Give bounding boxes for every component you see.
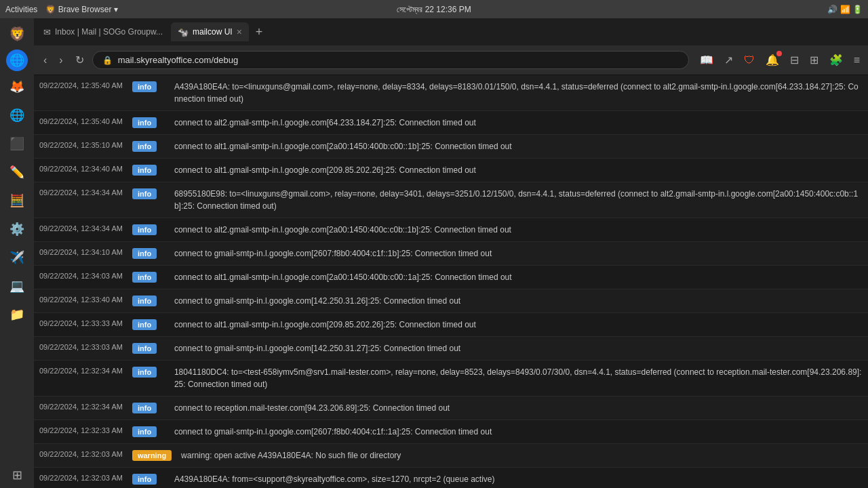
- sidebar-item-text-editor[interactable]: ✏️: [4, 159, 30, 185]
- log-timestamp: 09/22/2024, 12:34:10 AM: [34, 245, 128, 260]
- tab-inbox-icon: ✉: [43, 27, 51, 37]
- notification-dot: [776, 51, 782, 56]
- log-timestamp: 09/22/2024, 12:33:03 AM: [34, 340, 128, 355]
- nav-icons: 📖 ↗ 🛡 🔔 ⊟ ⊞ 🧩 ≡: [697, 51, 863, 69]
- sidebar-item-grid[interactable]: ⊞: [4, 462, 30, 488]
- log-row: 09/22/2024, 12:33:40 AMinfoconnect to gm…: [34, 289, 868, 313]
- log-message: connect to alt1.gmail-smtp-in.l.google.c…: [169, 268, 868, 286]
- log-badge-container: info: [128, 138, 169, 155]
- log-badge-container: info: [128, 78, 169, 95]
- sidebar-item-telegram[interactable]: ✈️: [4, 245, 30, 270]
- log-timestamp: 09/22/2024, 12:35:10 AM: [34, 138, 128, 153]
- log-level-badge: info: [132, 367, 157, 378]
- tab-close-button[interactable]: ×: [237, 26, 242, 37]
- tab-mailcow-label: mailcow UI: [193, 27, 233, 37]
- log-badge-container: info: [128, 221, 169, 238]
- log-badge-container: warning: [128, 447, 176, 464]
- log-timestamp: 09/22/2024, 12:34:34 AM: [34, 221, 128, 237]
- log-level-badge: info: [132, 117, 157, 128]
- tab-inbox[interactable]: ✉ Inbox | Mail | SOGo Groupw...: [37, 23, 170, 41]
- os-topbar-center: সেপ্টেম্বর 22 12:36 PM: [397, 5, 471, 14]
- sidebar-item-calc[interactable]: 🧮: [4, 188, 30, 214]
- content-area[interactable]: 09/22/2024, 12:35:40 AMinfoA439A180E4A: …: [34, 75, 868, 488]
- log-container: 09/22/2024, 12:35:40 AMinfoA439A180E4A: …: [34, 75, 868, 488]
- log-row: 09/22/2024, 12:32:34 AMinfoconnect to re…: [34, 396, 868, 420]
- notification-button[interactable]: 🔔: [763, 51, 782, 69]
- log-message: connect to gmail-smtp-in.l.google.com[26…: [169, 245, 868, 262]
- log-row: 09/22/2024, 12:34:03 AMinfoconnect to al…: [34, 266, 868, 289]
- log-row: 09/22/2024, 12:33:33 AMinfoconnect to al…: [34, 313, 868, 337]
- reading-mode-button[interactable]: 📖: [697, 51, 716, 69]
- log-message: 68955180E98: to=<linuxguns@gmail.com>, r…: [169, 185, 868, 215]
- log-row: 09/22/2024, 12:34:34 AMinfoconnect to al…: [34, 218, 868, 242]
- log-message: connect to gmail-smtp-in.l.google.com[26…: [169, 423, 868, 441]
- sidebar-item-terminal[interactable]: ⬛: [4, 131, 30, 157]
- log-badge-container: info: [128, 185, 169, 202]
- address-text: mail.skyrealtyoffice.com/debug: [118, 55, 679, 65]
- tab-bar: ✉ Inbox | Mail | SOGo Groupw... 🐄 mailco…: [34, 18, 868, 45]
- log-row: 09/22/2024, 12:34:34 AMinfo68955180E98: …: [34, 182, 868, 218]
- os-topbar: Activities 🦁 Brave Browser ▾ সেপ্টেম্বর …: [0, 0, 868, 18]
- log-message: connect to alt1.gmail-smtp-in.l.google.c…: [169, 316, 868, 333]
- activities-label[interactable]: Activities: [5, 5, 37, 14]
- new-tab-button[interactable]: +: [250, 22, 269, 42]
- log-timestamp: 09/22/2024, 12:32:34 AM: [34, 363, 128, 379]
- brave-shield-button[interactable]: 🛡: [741, 52, 757, 69]
- log-row: 09/22/2024, 12:32:34 AMinfo18041180DC4: …: [34, 361, 868, 396]
- extensions-button[interactable]: 🧩: [827, 51, 846, 69]
- log-level-badge: info: [132, 272, 157, 283]
- log-badge-container: info: [128, 340, 169, 357]
- address-bar[interactable]: 🔒 mail.skyrealtyoffice.com/debug: [92, 51, 689, 69]
- sidebar-button[interactable]: ⊞: [807, 51, 821, 69]
- log-level-badge: info: [132, 141, 157, 152]
- sidebar: 🦁 🌐 🦊 🌐 ⬛ ✏️ 🧮 ⚙️ ✈️ 💻 📁 ⊞: [0, 18, 34, 488]
- log-level-badge: info: [132, 248, 157, 259]
- log-timestamp: 09/22/2024, 12:33:33 AM: [34, 316, 128, 331]
- log-timestamp: 09/22/2024, 12:34:34 AM: [34, 185, 128, 201]
- log-timestamp: 09/22/2024, 12:32:03 AM: [34, 470, 128, 486]
- log-badge-container: info: [128, 316, 169, 333]
- log-message: connect to alt1.gmail-smtp-in.l.google.c…: [169, 138, 868, 155]
- log-timestamp: 09/22/2024, 12:35:40 AM: [34, 114, 128, 129]
- log-level-badge: info: [132, 343, 157, 354]
- browser-name-label: 🦁 Brave Browser ▾: [45, 5, 117, 14]
- log-timestamp: 09/22/2024, 12:32:33 AM: [34, 423, 128, 439]
- lock-icon: 🔒: [102, 56, 113, 65]
- os-topbar-right: 🔊 📶 🔋: [827, 5, 863, 14]
- sidebar-item-edge[interactable]: 🌐: [4, 102, 30, 128]
- os-topbar-left: Activities 🦁 Brave Browser ▾: [5, 5, 118, 14]
- sidebar-item-brave[interactable]: 🦁: [4, 21, 30, 47]
- log-row: 09/22/2024, 12:33:03 AMinfoconnect to gm…: [34, 337, 868, 361]
- menu-button[interactable]: ≡: [851, 52, 863, 69]
- log-timestamp: 09/22/2024, 12:34:03 AM: [34, 268, 128, 284]
- sidebar-item-software[interactable]: ⚙️: [4, 216, 30, 242]
- forward-button[interactable]: ›: [55, 52, 66, 69]
- log-timestamp: 09/22/2024, 12:32:34 AM: [34, 399, 128, 415]
- log-level-badge: info: [132, 165, 157, 176]
- log-level-badge: info: [132, 403, 157, 413]
- split-view-button[interactable]: ⊟: [787, 51, 802, 69]
- log-level-badge: info: [132, 426, 157, 437]
- tab-inbox-label: Inbox | Mail | SOGo Groupw...: [55, 27, 163, 37]
- log-level-badge: info: [132, 296, 157, 306]
- sys-tray-icons: 🔊 📶 🔋: [827, 5, 863, 14]
- log-row: 09/22/2024, 12:32:03 AMwarningwarning: o…: [34, 444, 868, 468]
- log-message: warning: open active A439A180E4A: No suc…: [176, 447, 868, 464]
- tab-mailcow[interactable]: 🐄 mailcow UI ×: [171, 22, 249, 41]
- log-level-badge: info: [132, 188, 157, 199]
- sidebar-item-firefox[interactable]: 🦊: [4, 74, 30, 100]
- log-row: 09/22/2024, 12:35:10 AMinfoconnect to al…: [34, 135, 868, 159]
- nav-bar: ‹ › ↻ 🔒 mail.skyrealtyoffice.com/debug 📖…: [34, 45, 868, 75]
- log-badge-container: info: [128, 423, 169, 440]
- back-button[interactable]: ‹: [39, 52, 51, 69]
- log-badge-container: info: [128, 470, 169, 487]
- reload-button[interactable]: ↻: [71, 51, 88, 69]
- share-button[interactable]: ↗: [722, 51, 736, 69]
- log-row: 09/22/2024, 12:35:40 AMinfoA439A180E4A: …: [34, 75, 868, 111]
- log-row: 09/22/2024, 12:32:33 AMinfoconnect to gm…: [34, 420, 868, 444]
- sidebar-item-vscode[interactable]: 💻: [4, 273, 30, 299]
- log-timestamp: 09/22/2024, 12:33:40 AM: [34, 292, 128, 308]
- log-level-badge: info: [132, 224, 157, 235]
- sidebar-item-chrome[interactable]: 🌐: [6, 49, 28, 71]
- sidebar-item-files[interactable]: 📁: [4, 302, 30, 327]
